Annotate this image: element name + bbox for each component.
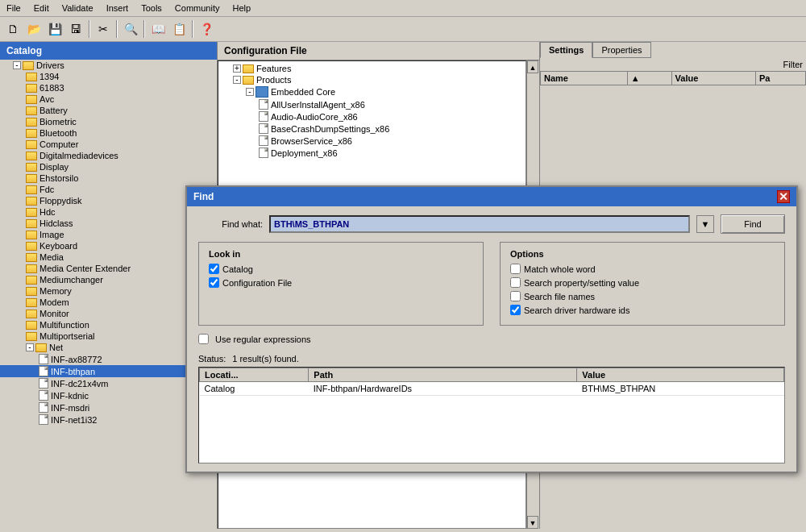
tree-net-ax88772[interactable]: INF-ax88772 <box>0 353 217 365</box>
tree-item-fdc[interactable]: Fdc <box>0 184 217 195</box>
tree-item-keyboard[interactable]: Keyboard <box>0 240 217 251</box>
save-button[interactable]: 🖫 <box>66 19 85 39</box>
file-icon-kdnic <box>39 390 48 401</box>
look-in-config-checkbox[interactable] <box>209 277 219 288</box>
tree-net-bthpan[interactable]: INF-bthpan <box>0 365 217 377</box>
tree-item-image[interactable]: Image <box>0 229 217 240</box>
tree-item-bluetooth[interactable]: Bluetooth <box>0 127 217 139</box>
tree-net-dc21x4vm[interactable]: INF-dc21x4vm <box>0 377 217 389</box>
catalog-tree[interactable]: - Drivers 1394 61883 Avc <box>0 60 217 529</box>
tree-item-hidclass[interactable]: Hidclass <box>0 218 217 229</box>
catalog-scroll: - Drivers 1394 61883 Avc <box>0 60 217 529</box>
find-dropdown-btn[interactable]: ▼ <box>696 215 714 233</box>
tree-item-61883[interactable]: 61883 <box>0 82 217 94</box>
tree-embedded-core[interactable]: - Embedded Core <box>220 85 524 98</box>
tree-item-ehstorsilo[interactable]: Ehstorsilo <box>0 172 217 184</box>
tree-item-display[interactable]: Display <box>0 161 217 172</box>
tree-item-avc[interactable]: Avc <box>0 94 217 105</box>
dialog-close-button[interactable]: ✕ <box>777 190 790 203</box>
tree-basecrash[interactable]: BaseCrashDumpSettings_x86 <box>220 123 524 135</box>
settings-filter-label: Filter <box>540 58 806 71</box>
tree-item-digitalmedia[interactable]: Digitalmediadevices <box>0 150 217 161</box>
match-whole-word-checkbox[interactable] <box>510 264 521 274</box>
tree-config-products[interactable]: - Products <box>220 74 524 85</box>
tree-net-msdri[interactable]: INF-msdri <box>0 401 217 414</box>
toolbar-sep-1 <box>89 20 90 38</box>
look-in-catalog-checkbox[interactable] <box>209 264 219 274</box>
menu-community[interactable]: Community <box>168 2 226 15</box>
tree-alluserinstall[interactable]: AllUserInstallAgent_x86 <box>220 98 524 110</box>
use-regex-checkbox[interactable] <box>198 334 209 344</box>
settings-table: Name ▲ Value Pa <box>540 71 806 85</box>
help1-button[interactable]: 📖 <box>148 19 168 39</box>
tree-item-net[interactable]: - Net <box>0 342 217 353</box>
expand-products[interactable]: - <box>233 76 241 84</box>
menu-tools[interactable]: Tools <box>135 2 168 15</box>
tree-item-media-center[interactable]: Media Center Extender <box>0 263 217 274</box>
about-button[interactable]: ❓ <box>197 19 216 39</box>
expand-net[interactable]: - <box>26 343 34 351</box>
find-what-input[interactable] <box>269 215 690 233</box>
results-col-path: Path <box>309 368 577 382</box>
tree-item-multiportserial[interactable]: Multiportserial <box>0 330 217 342</box>
tree-config-features[interactable]: + Features <box>220 63 524 74</box>
tree-item-mediumchanger[interactable]: Mediumchanger <box>0 274 217 285</box>
file-audio <box>259 111 268 122</box>
tree-item-memory[interactable]: Memory <box>0 285 217 297</box>
expand-drivers[interactable]: - <box>13 61 21 69</box>
col-sort-icon[interactable]: ▲ <box>627 72 671 85</box>
folder-icon-hidclass <box>26 219 37 228</box>
tree-item-monitor[interactable]: Monitor <box>0 308 217 319</box>
menu-insert[interactable]: Insert <box>100 2 135 15</box>
status-value: 1 result(s) found. <box>232 354 299 364</box>
tree-item-floppydisk[interactable]: Floppydisk <box>0 195 217 206</box>
tree-item-battery[interactable]: Battery <box>0 105 217 116</box>
look-in-catalog-row: Catalog <box>209 264 473 274</box>
help2-button[interactable]: 📋 <box>169 19 189 39</box>
menu-file[interactable]: File <box>0 2 27 15</box>
find-button[interactable]: 🔍 <box>121 19 140 39</box>
save-as-button[interactable]: 💾 <box>45 19 64 39</box>
tree-net-kdnic[interactable]: INF-kdnic <box>0 389 217 401</box>
embedded-core-icon <box>256 86 268 98</box>
folder-icon-multiportserial <box>26 332 37 341</box>
result-row-0[interactable]: Catalog INF-bthpan/HardwareIDs BTH\MS_BT… <box>200 382 784 396</box>
expand-features[interactable]: + <box>233 64 241 73</box>
search-driver-checkbox[interactable] <box>510 305 521 315</box>
tab-properties[interactable]: Properties <box>592 42 650 58</box>
scroll-up[interactable]: ▲ <box>527 60 538 73</box>
tree-deployment[interactable]: Deployment_x86 <box>220 147 524 159</box>
new-button[interactable]: 🗋 <box>3 19 23 39</box>
tree-root-drivers[interactable]: - Drivers <box>0 60 217 71</box>
tree-item-modem[interactable]: Modem <box>0 297 217 308</box>
scroll-down[interactable]: ▼ <box>527 516 538 529</box>
tree-item-1394[interactable]: 1394 <box>0 71 217 82</box>
tree-item-multifunction[interactable]: Multifunction <box>0 319 217 330</box>
look-in-config-label: Configuration File <box>222 278 292 288</box>
search-file-names-checkbox[interactable] <box>510 291 521 301</box>
tree-item-computer[interactable]: Computer <box>0 139 217 150</box>
tree-item-media[interactable]: Media <box>0 251 217 263</box>
folder-icon-biometric <box>26 118 37 127</box>
config-file-title: Configuration File <box>218 42 539 60</box>
file-basecrash <box>259 123 268 134</box>
tree-audio[interactable]: Audio-AudioCore_x86 <box>220 110 524 123</box>
tree-item-hdc[interactable]: Hdc <box>0 206 217 218</box>
tree-browserservice[interactable]: BrowserService_x86 <box>220 135 524 147</box>
file-deployment <box>259 148 268 158</box>
tree-net-net1i32[interactable]: INF-net1i32 <box>0 414 217 426</box>
results-table-wrap[interactable]: Locati... Path Value Catalog INF-bthpan/… <box>198 367 785 463</box>
menu-validate[interactable]: Validate <box>56 2 100 15</box>
result-location-0: Catalog <box>200 382 309 396</box>
menu-edit[interactable]: Edit <box>27 2 56 15</box>
tab-settings[interactable]: Settings <box>540 42 592 58</box>
search-property-checkbox[interactable] <box>510 277 521 288</box>
open-button[interactable]: 📂 <box>24 19 44 39</box>
tree-item-biometric[interactable]: Biometric <box>0 116 217 127</box>
folder-icon-media-center <box>26 264 37 273</box>
find-button[interactable]: Find <box>721 214 785 234</box>
toolbar-sep-3 <box>143 20 145 38</box>
menu-help[interactable]: Help <box>226 2 257 15</box>
cut-button[interactable]: ✂ <box>93 19 113 39</box>
expand-embedded-core[interactable]: - <box>246 88 254 96</box>
